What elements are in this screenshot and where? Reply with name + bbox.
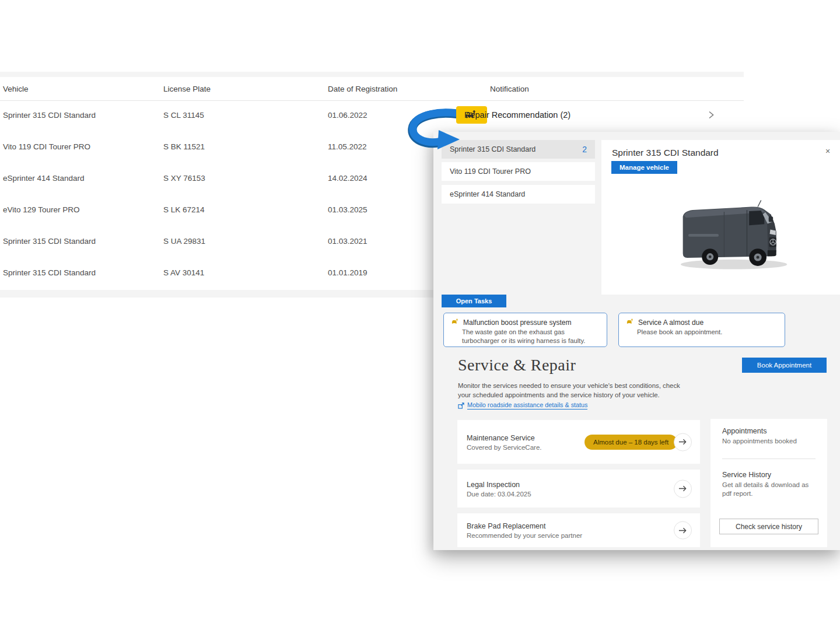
repair-recommendation-badge[interactable]: Repair Recommendation (2) [456, 106, 487, 124]
appointments-subtitle: No appointments booked [722, 437, 816, 446]
service-subtitle: Recommended by your service partner [467, 532, 582, 539]
arrow-right-icon [678, 485, 687, 492]
mobilo-assistance-link-label: Mobilo roadside assistance details & sta… [467, 401, 587, 410]
arrow-right-icon [678, 439, 687, 446]
service-subtitle: Due date: 03.04.2025 [467, 490, 531, 497]
vehicle-list-label: Sprinter 315 CDI Standard [450, 145, 536, 153]
cell-license-plate: S UA 29831 [163, 237, 205, 246]
cell-date: 01.03.2021 [328, 237, 368, 246]
task-card-malfunction[interactable]: Malfunction boost pressure system The wa… [443, 313, 607, 347]
cell-license-plate: S XY 76153 [163, 174, 205, 183]
external-link-icon [458, 402, 464, 409]
cell-date: 14.02.2024 [328, 174, 368, 183]
service-title: Brake Pad Replacement [467, 522, 582, 530]
vehicle-list-label: Vito 119 CDI Tourer PRO [450, 167, 531, 176]
vehicle-list-item-sprinter-315[interactable]: Sprinter 315 CDI Standard 2 [442, 140, 595, 159]
service-detail-button[interactable] [674, 522, 692, 540]
column-header-notification: Notification [490, 85, 529, 93]
cell-vehicle: Sprinter 315 CDI Standard [3, 237, 96, 246]
task-description: Please book an appointment. [637, 328, 779, 337]
cell-license-plate: S CL 31145 [163, 111, 204, 120]
cell-date: 01.01.2019 [328, 268, 368, 277]
service-repair-heading: Service & Repair [458, 356, 576, 374]
vehicle-list-item-vito-119[interactable]: Vito 119 CDI Tourer PRO [442, 162, 595, 181]
task-title: Malfunction boost pressure system [463, 318, 571, 327]
cell-vehicle: eVito 129 Tourer PRO [3, 205, 80, 214]
service-history-title: Service History [722, 471, 816, 479]
manage-vehicle-button[interactable]: Manage vehicle [611, 161, 677, 174]
service-title: Maintenance Service [467, 433, 541, 442]
notification-count-badge: 2 [582, 145, 587, 154]
vehicle-list-item-esprinter-414[interactable]: eSprinter 414 Standard [442, 185, 595, 204]
service-repair-description: Monitor the services needed to ensure yo… [458, 381, 687, 400]
repair-recommendation-label: Repair Recommendation (2) [464, 110, 570, 120]
arrow-right-icon [678, 527, 687, 534]
car-repair-icon [451, 318, 459, 325]
table-top-band [0, 72, 744, 77]
cell-license-plate: S AV 30141 [163, 268, 204, 277]
service-card-legal-inspection[interactable]: Legal Inspection Due date: 03.04.2025 [457, 470, 700, 508]
vehicle-detail-title: Sprinter 315 CDI Standard [612, 148, 719, 158]
cell-vehicle: eSprinter 414 Standard [3, 174, 85, 183]
appointments-history-card: Appointments No appointments booked Serv… [710, 419, 827, 547]
book-appointment-button[interactable]: Book Appointment [742, 358, 827, 373]
cell-date: 01.03.2025 [328, 205, 368, 214]
table-row[interactable]: Sprinter 315 CDI Standard S CL 31145 01.… [0, 101, 744, 129]
car-repair-icon [626, 318, 634, 325]
appointments-title: Appointments [722, 427, 816, 435]
vehicle-list-label: eSprinter 414 Standard [450, 190, 525, 198]
column-header-date: Date of Registration [328, 85, 397, 93]
service-subtitle: Covered by ServiceCare. [467, 443, 541, 450]
cell-vehicle: Sprinter 315 CDI Standard [3, 111, 96, 120]
service-card-maintenance[interactable]: Maintenance Service Covered by ServiceCa… [457, 420, 700, 464]
cell-vehicle: Sprinter 315 CDI Standard [3, 268, 96, 277]
service-card-brake-pad[interactable]: Brake Pad Replacement Recommended by you… [457, 513, 700, 547]
mobilo-assistance-link[interactable]: Mobilo roadside assistance details & sta… [458, 401, 587, 410]
cell-date: 11.05.2022 [328, 142, 367, 151]
check-service-history-button[interactable]: Check service history [719, 519, 818, 534]
task-title: Service A almost due [638, 318, 704, 327]
service-title: Legal Inspection [467, 480, 531, 488]
cell-date: 01.06.2022 [328, 111, 368, 120]
service-detail-button[interactable] [674, 433, 692, 451]
task-card-service-a[interactable]: Service A almost due Please book an appo… [618, 313, 785, 347]
divider [722, 459, 816, 459]
close-icon[interactable]: ✕ [822, 146, 833, 156]
column-header-license-plate: License Plate [163, 85, 211, 93]
open-tasks-tab[interactable]: Open Tasks [442, 295, 506, 307]
task-description: The waste gate on the exhaust gas turboc… [462, 328, 601, 345]
table-header-row: Vehicle License Plate Date of Registrati… [0, 77, 744, 101]
vehicle-detail-overlay: Sprinter 315 CDI Standard 2 Vito 119 CDI… [433, 132, 840, 550]
vehicle-image [664, 194, 806, 275]
service-history-subtitle: Get all details & download as pdf report… [722, 481, 810, 498]
vehicle-detail-card: Sprinter 315 CDI Standard Manage vehicle… [601, 140, 840, 295]
cell-license-plate: S LK 67214 [163, 205, 205, 214]
column-header-vehicle: Vehicle [3, 85, 29, 93]
cell-vehicle: Vito 119 CDI Tourer PRO [3, 142, 90, 151]
service-detail-button[interactable] [674, 480, 692, 498]
cell-license-plate: S BK 11521 [163, 142, 205, 151]
chevron-right-icon[interactable] [706, 110, 716, 120]
almost-due-badge: Almost due – 18 days left [584, 435, 677, 450]
